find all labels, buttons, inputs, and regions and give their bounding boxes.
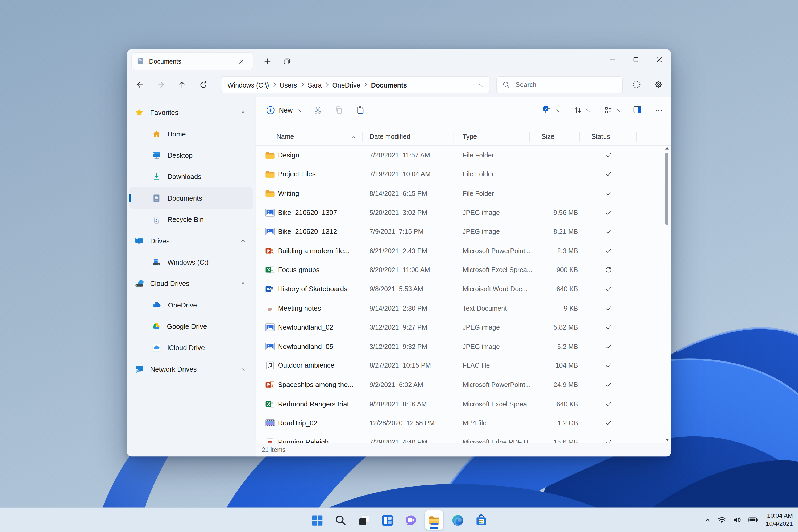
forward-button[interactable] [152,76,169,93]
breadcrumb-segment-onedrive[interactable]: OneDrive [332,81,360,89]
file-row-history-of-skateboards[interactable]: History of Skateboards9/8/2021 5:53 AMMi… [255,280,663,299]
minimize-button[interactable] [601,50,624,70]
file-sync-status [602,152,616,158]
file-row-meeting-notes[interactable]: Meeting notes9/14/2021 2:30 PMText Docum… [255,299,663,318]
new-button[interactable]: New [261,102,307,118]
sidebar-item-google-drive[interactable]: Google Drive [129,316,253,337]
breadcrumb-segment-users[interactable]: Users [280,81,297,89]
section-chevron-up-icon[interactable] [240,281,246,286]
check-status-icon [606,152,612,158]
file-type-icon [265,189,275,198]
close-button[interactable] [647,50,671,70]
battery-icon[interactable] [748,517,758,523]
view-button[interactable] [598,102,627,118]
column-size[interactable]: Size [542,133,554,140]
address-dropdown-icon[interactable] [478,82,483,88]
scroll-up-arrow[interactable] [665,147,669,150]
hidden-icons-chevron[interactable] [704,517,711,524]
search-icon [334,514,347,526]
sidebar-item-recycle-bin[interactable]: Recycle Bin [129,209,253,230]
clock[interactable]: 10:04 AM 10/4/2021 [766,512,793,528]
search-box[interactable] [496,76,623,93]
file-row-newfoundland-02[interactable]: Newfoundland_023/12/2021 9:27 PMJPEG ima… [255,318,663,337]
file-row-building-a-modern-file[interactable]: Building a modern file...6/21/2021 2:43 … [255,241,663,261]
sidebar-item-icloud-drive[interactable]: iCloud Drive [129,337,253,358]
new-tab-button[interactable] [261,55,274,68]
sidebar-item-desktop[interactable]: Desktop [129,145,253,166]
file-row-writing[interactable]: Writing8/14/2021 6:15 PMFile Folder [255,184,663,203]
breadcrumb-segment-documents[interactable]: Documents [371,81,407,89]
section-chevron-down-icon[interactable] [240,366,246,372]
volume-icon[interactable] [733,517,741,524]
file-row-focus-groups[interactable]: Focus groups8/20/2021 11:00 AMMicrosoft … [255,261,663,280]
file-row-bike-210620-1307[interactable]: Bike_210620_13075/20/2021 3:02 PMJPEG im… [255,203,663,222]
file-date-modified: 9/14/2021 2:30 PM [369,304,427,312]
file-sync-status [602,286,616,292]
sidebar-item-label: Downloads [167,173,201,180]
back-button[interactable] [131,76,148,93]
taskbar-task-view-button[interactable] [355,510,373,530]
scrollbar-thumb[interactable] [665,153,668,225]
column-type[interactable]: Type [462,133,477,140]
taskbar-chat-button[interactable] [402,510,420,530]
sidebar-section-network-drives[interactable]: Network Drives [129,358,253,380]
address-bar[interactable]: Windows (C:\)UsersSaraOneDriveDocuments [221,76,490,93]
taskbar-start-button[interactable] [308,510,326,530]
tab-close-icon[interactable] [234,55,248,68]
paste-button[interactable] [351,102,369,118]
sidebar-item-home[interactable]: Home [129,123,253,145]
sidebar-section-cloud-drives[interactable]: Cloud Drives [129,273,253,294]
vertical-scrollbar[interactable] [664,146,670,442]
wifi-icon[interactable] [717,517,726,524]
breadcrumb-segment-windows-c[interactable]: Windows (C:\) [227,81,269,89]
see-more-button[interactable] [649,102,668,118]
file-list: Design7/20/2021 11:57 AMFile FolderProje… [255,146,663,443]
section-chevron-up-icon[interactable] [240,238,246,243]
select-all-button[interactable] [536,102,566,118]
refresh-button[interactable] [194,76,212,93]
file-row-redmond-rangers-triat[interactable]: Redmond Rangers triat...9/28/2021 8:16 A… [255,394,663,413]
column-date-modified[interactable]: Date modified [369,133,410,140]
sort-button[interactable] [567,102,597,118]
taskbar-widgets-button[interactable] [378,510,397,530]
tab-list-button[interactable] [280,55,293,68]
column-name[interactable]: Name [277,133,294,140]
file-row-running-raleigh[interactable]: Running Raleigh7/29/2021 4:40 PMMicrosof… [255,433,663,443]
sidebar-item-onedrive[interactable]: OneDrive [129,294,253,316]
taskbar-file-explorer-button[interactable] [425,510,443,530]
column-status[interactable]: Status [591,133,610,140]
file-row-outdoor-ambience[interactable]: Outdoor ambience8/27/2021 10:15 PMFLAC f… [255,356,663,375]
breadcrumb-separator-icon [364,82,367,87]
settings-gear-button[interactable] [650,76,667,93]
maximize-button[interactable] [624,50,647,70]
sidebar-section-drives[interactable]: Drives [129,230,253,251]
taskbar-edge-button[interactable] [449,510,467,530]
file-row-roadtrip-02[interactable]: RoadTrip_0212/28/2020 12:58 PMMP4 file1.… [255,413,663,433]
file-row-newfoundland-05[interactable]: Newfoundland_053/12/2021 9:32 PMJPEG ima… [255,337,663,356]
up-button[interactable] [173,76,190,93]
sidebar-item-documents[interactable]: Documents [129,187,253,209]
breadcrumb-segment-sara[interactable]: Sara [308,81,322,89]
taskbar-store-button[interactable] [472,510,490,530]
file-row-design[interactable]: Design7/20/2021 11:57 AMFile Folder [255,146,663,165]
file-date-modified: 12/28/2020 12:58 PM [369,419,435,427]
taskbar-search-button[interactable] [331,510,350,530]
windows-c-icon [152,258,161,267]
cut-button[interactable] [308,102,327,118]
audio-file-icon [265,361,274,370]
explorer-tab[interactable]: Documents [131,52,253,70]
item-count: 21 items [262,446,285,454]
file-row-project-files[interactable]: Project Files7/19/2021 10:04 AMFile Fold… [255,165,663,184]
section-chevron-up-icon[interactable] [240,110,246,115]
file-row-spaceships-among-the[interactable]: Spaceships among the...9/2/2021 6:02 AMM… [255,375,663,394]
sidebar-item-downloads[interactable]: Downloads [129,166,253,187]
search-input[interactable] [514,80,617,89]
sync-status-spinner[interactable] [628,76,645,93]
copy-button[interactable] [330,102,348,118]
scroll-down-arrow[interactable] [665,439,669,441]
sidebar-item-windows-c[interactable]: Windows (C:) [129,251,253,273]
details-pane-button[interactable] [628,102,646,118]
file-row-bike-210620-1312[interactable]: Bike_210620_13127/9/2021 7:15 PMJPEG ima… [255,222,663,241]
documents-icon [152,194,161,203]
sidebar-section-favorites[interactable]: Favorites [129,102,253,123]
